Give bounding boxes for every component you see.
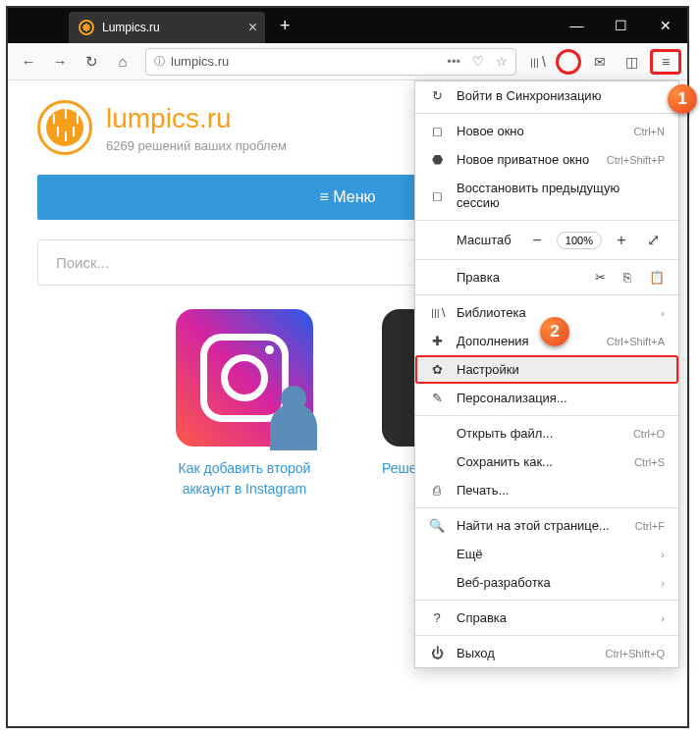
zoom-out-button[interactable]: − [525, 232, 549, 249]
menu-find[interactable]: 🔍 Найти на этой странице... Ctrl+F [415, 511, 678, 540]
browser-tab[interactable]: Lumpics.ru × [69, 12, 265, 43]
menu-edit: Правка ✂ ⎘ 📋 [415, 263, 678, 291]
puzzle-icon: ✚ [429, 334, 445, 348]
paint-icon: ✎ [429, 391, 445, 405]
bookmark-icon[interactable]: ☆ [496, 54, 508, 69]
window-icon: ◻ [429, 124, 445, 138]
url-bar[interactable]: ⓘ lumpics.ru ••• ♡ ☆ [145, 48, 516, 76]
url-text: lumpics.ru [171, 54, 447, 69]
menu-quit[interactable]: ⏻ Выход Ctrl+Shift+Q [415, 639, 678, 667]
restore-icon: ◻ [429, 188, 445, 203]
new-tab-button[interactable]: + [280, 16, 291, 36]
menu-more[interactable]: Ещё › [415, 540, 678, 568]
more-icon[interactable]: ••• [447, 54, 460, 69]
menu-restore-session[interactable]: ◻ Восстановить предыдущую сессию [415, 174, 678, 217]
menu-new-private-window[interactable]: ⬣ Новое приватное окно Ctrl+Shift+P [415, 145, 678, 174]
info-icon[interactable]: ⓘ [154, 54, 165, 69]
maximize-button[interactable]: ☐ [599, 8, 643, 43]
help-icon: ? [429, 610, 445, 625]
opera-icon[interactable] [556, 49, 581, 75]
annotation-badge-2: 2 [540, 317, 569, 346]
zoom-value: 100% [557, 232, 602, 249]
power-icon: ⏻ [429, 646, 445, 660]
menu-webdev[interactable]: Веб-разработка › [415, 568, 678, 597]
hamburger-menu-button[interactable]: ≡ [650, 49, 681, 75]
chevron-right-icon: › [661, 577, 665, 589]
gear-icon: ✿ [429, 362, 445, 377]
home-button[interactable]: ⌂ [108, 47, 137, 77]
menu-help[interactable]: ? Справка › [415, 604, 678, 632]
menu-new-window[interactable]: ◻ Новое окно Ctrl+N [415, 117, 678, 145]
print-icon: ⎙ [429, 483, 445, 498]
tab-title: Lumpics.ru [102, 21, 160, 34]
instagram-icon [176, 309, 313, 447]
library-icon: ⫼\ [429, 305, 445, 320]
sidebar-icon[interactable]: ◫ [619, 49, 644, 75]
app-menu-dropdown: ↻ Войти в Синхронизацию ◻ Новое окно Ctr… [414, 80, 679, 668]
forward-button[interactable]: → [45, 47, 75, 77]
menu-customize[interactable]: ✎ Персонализация... [415, 384, 678, 412]
menu-sync[interactable]: ↻ Войти в Синхронизацию [415, 81, 678, 110]
cut-button[interactable]: ✂ [595, 270, 606, 285]
menu-save-as[interactable]: Сохранить как... Ctrl+S [415, 447, 678, 476]
chevron-right-icon: › [661, 307, 665, 319]
close-window-button[interactable]: ✕ [643, 8, 687, 43]
fullscreen-button[interactable]: ⤢ [641, 231, 665, 249]
close-tab-icon[interactable]: × [248, 19, 257, 36]
mail-icon[interactable]: ✉ [587, 49, 613, 75]
chevron-right-icon: › [661, 549, 665, 560]
card-title: Как добавить второй аккаунт в Instagram [161, 458, 328, 500]
site-tagline: 6269 решений ваших проблем [106, 138, 287, 153]
copy-button[interactable]: ⎘ [623, 270, 631, 285]
reader-icon[interactable]: ♡ [472, 54, 484, 69]
menu-print[interactable]: ⎙ Печать... [415, 476, 678, 504]
menu-zoom: Масштаб − 100% + ⤢ [415, 224, 678, 256]
navbar: ← → ↻ ⌂ ⓘ lumpics.ru ••• ♡ ☆ ⫼\ ✉ ◫ ≡ [8, 43, 687, 80]
paste-button[interactable]: 📋 [649, 270, 665, 285]
avatar-icon [270, 403, 317, 450]
library-icon[interactable]: ⫼\ [524, 49, 550, 75]
mask-icon: ⬣ [429, 152, 445, 167]
search-icon: 🔍 [429, 518, 445, 533]
sync-icon: ↻ [429, 88, 445, 103]
logo-icon [37, 100, 92, 155]
zoom-in-button[interactable]: + [610, 232, 633, 249]
chevron-right-icon: › [661, 612, 665, 624]
titlebar: Lumpics.ru × + — ☐ ✕ [8, 8, 687, 43]
favicon-icon [79, 20, 94, 35]
back-button[interactable]: ← [14, 47, 43, 77]
article-card[interactable]: Как добавить второй аккаунт в Instagram [161, 309, 328, 500]
site-title: lumpics.ru [106, 103, 287, 134]
minimize-button[interactable]: — [555, 8, 599, 43]
annotation-badge-1: 1 [668, 84, 697, 114]
reload-button[interactable]: ↻ [77, 47, 106, 77]
menu-settings[interactable]: ✿ Настройки [415, 355, 678, 384]
menu-open-file[interactable]: Открыть файл... Ctrl+O [415, 419, 678, 447]
